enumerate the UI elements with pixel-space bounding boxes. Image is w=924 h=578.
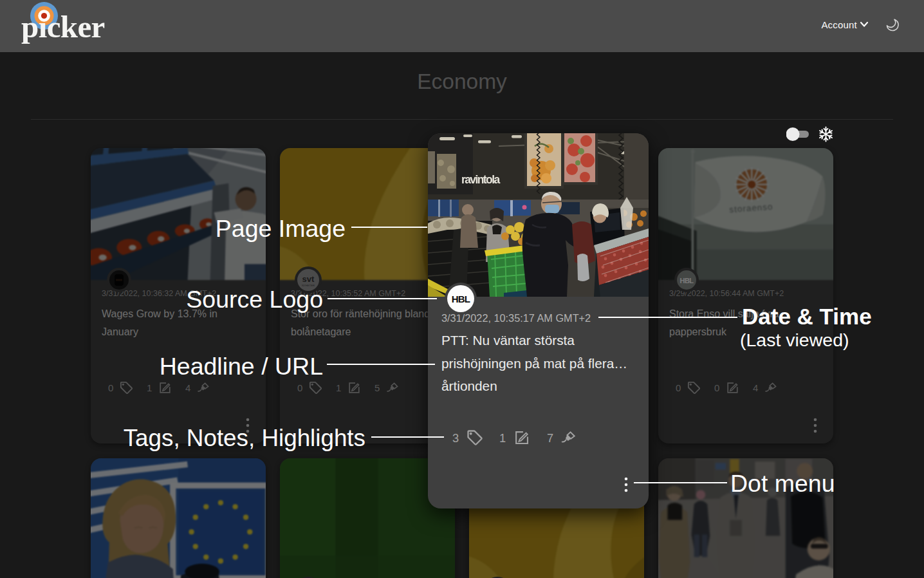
svg-text:HBL: HBL (452, 294, 470, 304)
svg-text:ravintola: ravintola (461, 173, 500, 186)
